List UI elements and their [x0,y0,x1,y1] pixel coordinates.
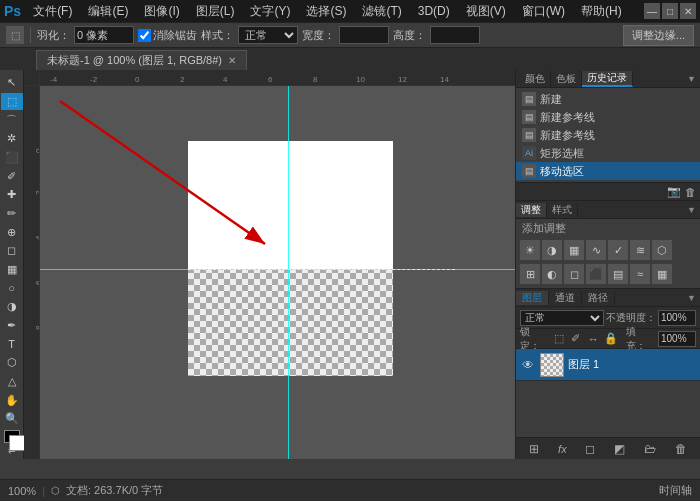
adj-contrast-icon[interactable]: ◑ [542,240,562,260]
tool-path[interactable]: ⬡ [1,354,23,372]
layer-link-icon[interactable]: ⊞ [529,442,539,456]
lock-position-icon[interactable]: ✐ [569,332,582,345]
tool-clone[interactable]: ⊕ [1,223,23,241]
adj-invert-icon[interactable]: ▤ [608,264,628,284]
opacity-label: 不透明度： [606,311,656,325]
adj-hsl-icon[interactable]: ⬡ [652,240,672,260]
tab-adjustments[interactable]: 调整 [516,203,547,217]
lock-all-icon[interactable]: ↔ [587,333,600,345]
tool-shape[interactable]: △ [1,373,23,391]
history-delete-icon[interactable]: 🗑 [685,186,696,198]
adj-cmm-icon[interactable]: ⬛ [586,264,606,284]
tool-eyedropper[interactable]: ✐ [1,167,23,185]
tool-crop[interactable]: ⬛ [1,149,23,167]
feather-input[interactable] [74,26,134,44]
menu-select[interactable]: 选择(S) [302,3,350,20]
menu-3d[interactable]: 3D(D) [414,4,454,18]
layer-adj-icon[interactable]: ◩ [614,442,625,456]
menu-edit[interactable]: 编辑(E) [84,3,132,20]
tab-paths[interactable]: 路径 [582,291,615,305]
tool-pen[interactable]: ✒ [1,317,23,335]
height-input[interactable] [430,26,480,44]
layers-collapse[interactable]: ▼ [687,293,696,303]
tab-layers[interactable]: 图层 [516,291,549,305]
tab-styles[interactable]: 样式 [547,203,578,217]
menu-file[interactable]: 文件(F) [29,3,76,20]
adj-curves-icon[interactable]: ∿ [586,240,606,260]
menu-filter[interactable]: 滤镜(T) [358,3,405,20]
history-panel-bottom: 📷 🗑 [516,182,700,200]
adj-photo-icon[interactable]: ◻ [564,264,584,284]
timeline-label[interactable]: 时间轴 [659,483,692,498]
adj-levels-icon[interactable]: ▦ [564,240,584,260]
layer-folder-icon[interactable]: 🗁 [644,442,656,456]
tab-history[interactable]: 历史记录 [582,71,633,87]
menu-image[interactable]: 图像(I) [140,3,183,20]
style-select[interactable]: 正常 固定比例 固定大小 [238,26,298,44]
layer-fx-icon[interactable]: fx [558,443,567,455]
layer-mask-icon[interactable]: ◻ [585,442,595,456]
lock-pixels-icon[interactable]: ⬚ [552,332,565,345]
menu-layer[interactable]: 图层(L) [192,3,239,20]
anti-alias-label: 消除锯齿 [138,28,197,43]
tool-gradient[interactable]: ▦ [1,261,23,279]
adj-threshold-icon[interactable]: ▦ [652,264,672,284]
tool-eraser[interactable]: ◻ [1,242,23,260]
layer-visibility-eye[interactable]: 👁 [520,357,536,373]
adj-vibrance-icon[interactable]: ≋ [630,240,650,260]
lock-icon[interactable]: 🔒 [604,332,618,345]
doc-size-icon: ⬡ [51,485,60,496]
adj-colorbal-icon[interactable]: ⊞ [520,264,540,284]
minimize-button[interactable]: — [644,3,660,19]
opacity-input[interactable] [658,310,696,326]
foreground-color[interactable] [4,430,20,443]
adj-exposure-icon[interactable]: ✓ [608,240,628,260]
width-label: 宽度： [302,28,335,43]
adj-bw-icon[interactable]: ◐ [542,264,562,284]
app-logo: Ps [4,3,21,19]
tool-healing[interactable]: ✚ [1,186,23,204]
tool-rect-select[interactable]: ⬚ [1,93,23,111]
anti-alias-checkbox[interactable] [138,29,151,42]
zoom-level[interactable]: 100% [8,485,36,497]
history-item-rect[interactable]: Ai 矩形选框 [516,144,700,162]
layer-delete-icon[interactable]: 🗑 [675,442,687,456]
history-item-guide1[interactable]: ▤ 新建参考线 [516,108,700,126]
width-input[interactable] [339,26,389,44]
tool-zoom[interactable]: 🔍 [1,410,23,428]
menu-help[interactable]: 帮助(H) [577,3,626,20]
history-item-move[interactable]: ▤ 移动选区 [516,162,700,180]
fill-input[interactable] [658,331,696,347]
tab-channels[interactable]: 通道 [549,291,582,305]
adj-poster-icon[interactable]: ≈ [630,264,650,284]
layer-item-1[interactable]: 👁 图层 1 [516,349,700,381]
adjust-edge-button[interactable]: 调整边缘... [623,25,694,46]
tab-color[interactable]: 颜色 [520,71,551,87]
history-item-guide2[interactable]: ▤ 新建参考线 [516,126,700,144]
history-item-new[interactable]: ▤ 新建 [516,90,700,108]
tool-magic-wand[interactable]: ✲ [1,130,23,148]
history-icon-new: ▤ [522,92,536,106]
tool-move[interactable]: ↖ [1,74,23,92]
maximize-button[interactable]: □ [662,3,678,19]
history-snap-icon[interactable]: 📷 [667,185,681,198]
adj-brightness-icon[interactable]: ☀ [520,240,540,260]
close-button[interactable]: ✕ [680,3,696,19]
tool-lasso[interactable]: ⌒ [1,111,23,129]
tool-blur[interactable]: ○ [1,279,23,297]
adjustments-collapse[interactable]: ▼ [687,205,696,215]
tool-hand[interactable]: ✋ [1,391,23,409]
tab-swatches[interactable]: 色板 [551,71,582,87]
history-icon-move: ▤ [522,164,536,178]
menu-window[interactable]: 窗口(W) [518,3,569,20]
tool-dodge[interactable]: ◑ [1,298,23,316]
tool-text[interactable]: T [1,335,23,353]
blend-mode-select[interactable]: 正常 溶解 正片叠底 [520,310,604,326]
document-tab[interactable]: 未标题-1 @ 100% (图层 1, RGB/8#) ✕ [36,50,247,70]
tab-close-icon[interactable]: ✕ [228,55,236,66]
menu-text[interactable]: 文字(Y) [246,3,294,20]
history-panel-collapse[interactable]: ▼ [687,74,696,84]
canvas-area[interactable] [40,86,515,459]
tool-brush[interactable]: ✏ [1,205,23,223]
menu-view[interactable]: 视图(V) [462,3,510,20]
